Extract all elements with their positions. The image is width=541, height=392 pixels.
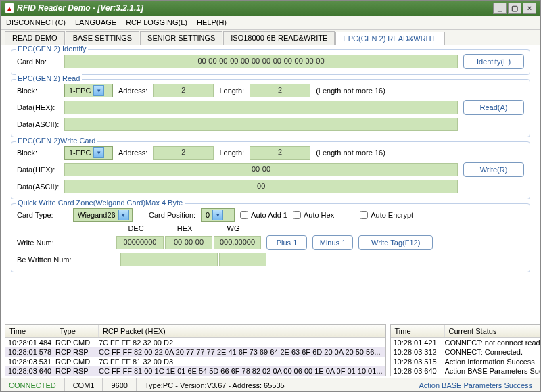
- log-area: Time Type RCP Packet (HEX) 10:28:01 484R…: [5, 324, 536, 376]
- auto-hex-checkbox[interactable]: Auto Hex: [293, 211, 334, 219]
- read-button[interactable]: Read(A): [463, 100, 524, 115]
- group-write: EPC(GEN 2)Write Card Block: 1-EPC▾ Addre…: [11, 141, 530, 199]
- menu-bar: DISCONNECT(C) LANGUAGE RCP LOGGING(L) HE…: [1, 16, 540, 30]
- group-read-title: EPC(GEN 2) Read: [16, 74, 82, 82]
- writetag-button[interactable]: Write Tag(F12): [358, 235, 433, 250]
- group-quick-title: Quick Write Card Zone(Weigand Card)Max 4…: [16, 199, 185, 207]
- write-dataascii-label: Data(ASCII):: [17, 182, 59, 191]
- cardpos-select[interactable]: 0▾: [201, 208, 235, 222]
- maximize-button[interactable]: ▢: [508, 3, 521, 14]
- app-icon: ▲: [5, 3, 14, 13]
- auto-add1-checkbox[interactable]: Auto Add 1: [240, 211, 287, 219]
- log-row[interactable]: 10:28:01 484RCP CMD7C FF FF 82 32 00 D2: [5, 338, 385, 347]
- log-packet-table: Time Type RCP Packet (HEX) 10:28:01 484R…: [5, 324, 386, 376]
- minimize-button[interactable]: _: [493, 3, 507, 14]
- main-panel: EPC(GEN 2) Identify Card No: 00-00-00-00…: [5, 45, 536, 320]
- window-title: RFID Reader Demo - [Ver:3.2.1.1]: [17, 3, 492, 13]
- log-row[interactable]: 10:28:03 640RCP RSPCC FF FF 81 00 1C 1E …: [5, 366, 385, 376]
- close-button[interactable]: ×: [523, 3, 536, 14]
- log-h-status: Current Status: [445, 325, 542, 337]
- read-hint: (Length not more 16): [316, 87, 385, 95]
- log-h-packet: RCP Packet (HEX): [99, 325, 385, 337]
- tab-read-demo[interactable]: READ DEMO: [5, 31, 65, 45]
- dec-field[interactable]: 00000000: [116, 236, 164, 249]
- write-len-label: Length:: [219, 149, 244, 157]
- log-h-type: Type: [55, 325, 99, 337]
- status-bar: CONNECTED COM1 9600 Type:PC - Version:V3…: [1, 378, 540, 391]
- status-info: Type:PC - Version:V3.67 - Address: 65535: [137, 378, 293, 391]
- dec-header: DEC: [112, 224, 160, 232]
- bewritten-label: Be Written Num:: [17, 255, 72, 264]
- chevron-down-icon: ▾: [212, 210, 223, 220]
- tab-epc-gen2[interactable]: EPC(GEN 2) READ&WRITE: [335, 32, 444, 45]
- tab-iso18000[interactable]: ISO18000-6B READ&WRITE: [223, 31, 335, 45]
- identify-button[interactable]: Identify(E): [463, 54, 524, 69]
- read-len-field[interactable]: 2: [250, 84, 310, 97]
- write-addr-label: Address:: [118, 149, 147, 157]
- write-datahex-field[interactable]: 00-00: [64, 163, 458, 176]
- group-quick-write: Quick Write Card Zone(Weigand Card)Max 4…: [11, 203, 530, 272]
- group-read: EPC(GEN 2) Read Block: 1-EPC▾ Address: 2…: [11, 79, 530, 137]
- tab-base-settings[interactable]: BASE SETTINGS: [66, 31, 139, 45]
- tab-senior-settings[interactable]: SENIOR SETTINGS: [140, 31, 222, 45]
- read-len-label: Length:: [219, 87, 244, 95]
- log-row[interactable]: 10:28:03 531RCP CMD7C FF FF 81 32 00 D3: [5, 357, 385, 366]
- status-baud: 9600: [103, 378, 136, 391]
- read-addr-label: Address:: [118, 87, 147, 95]
- minus1-button[interactable]: Minus 1: [312, 235, 353, 250]
- plus1-button[interactable]: Plus 1: [266, 235, 307, 250]
- title-bar: ▲ RFID Reader Demo - [Ver:3.2.1.1] _ ▢ ×: [1, 1, 540, 16]
- read-block-label: Block:: [17, 87, 59, 95]
- auto-encrypt-checkbox[interactable]: Auto Encrypt: [360, 211, 413, 219]
- read-addr-field[interactable]: 2: [153, 84, 214, 97]
- hex-header: HEX: [160, 224, 209, 232]
- chevron-down-icon: ▾: [118, 210, 129, 220]
- log-row[interactable]: 10:28:01 578RCP RSPCC FF FF 82 00 22 0A …: [5, 347, 385, 357]
- write-hint: (Length not more 16): [316, 149, 385, 157]
- wg-header: WG: [209, 224, 258, 232]
- write-len-field[interactable]: 2: [250, 146, 310, 160]
- cardpos-label: Card Position:: [149, 211, 195, 219]
- chevron-down-icon: ▾: [93, 147, 104, 158]
- log-h-stime: Time: [391, 325, 445, 337]
- status-port: COM1: [65, 378, 103, 391]
- status-connected: CONNECTED: [1, 378, 65, 391]
- menu-help[interactable]: HELP(H): [197, 18, 227, 26]
- status-msg: Action BASE Parameters Success: [293, 378, 540, 391]
- group-write-title: EPC(GEN 2)Write Card: [16, 137, 97, 145]
- write-button[interactable]: Write(R): [463, 162, 524, 177]
- status-row[interactable]: 10:28:03 515Action Information Success: [391, 357, 542, 366]
- menu-disconnect[interactable]: DISCONNECT(C): [6, 18, 66, 26]
- cardno-label: Card No:: [17, 57, 59, 66]
- hex-field[interactable]: 00-00-00: [165, 236, 212, 249]
- status-row[interactable]: 10:28:03 312CONNECT: Connected.: [391, 347, 542, 357]
- bewritten-field2[interactable]: [219, 253, 266, 266]
- status-row[interactable]: 10:28:01 421CONNECT: not connect reader,…: [391, 338, 542, 347]
- group-identify-title: EPC(GEN 2) Identify: [16, 45, 88, 53]
- read-block-select[interactable]: 1-EPC▾: [64, 84, 113, 97]
- write-dataascii-field[interactable]: 00: [64, 180, 458, 193]
- wg-field[interactable]: 000,00000: [214, 236, 261, 249]
- write-block-label: Block:: [17, 149, 59, 157]
- cardtype-select[interactable]: Wiegand26▾: [73, 208, 133, 222]
- read-datahex-field[interactable]: [64, 101, 458, 114]
- write-addr-field[interactable]: 2: [153, 146, 214, 160]
- cardtype-label: Card Type:: [17, 211, 68, 219]
- read-dataascii-field[interactable]: [64, 118, 458, 131]
- read-datahex-label: Data(HEX):: [17, 103, 59, 112]
- tabs: READ DEMO BASE SETTINGS SENIOR SETTINGS …: [1, 30, 540, 45]
- log-status-table: Time Current Status 10:28:01 421CONNECT:…: [390, 324, 542, 376]
- menu-rcp-logging[interactable]: RCP LOGGING(L): [126, 18, 187, 26]
- status-row[interactable]: 10:28:03 640Action BASE Parameters Succe…: [391, 366, 542, 376]
- writenum-label: Write Num:: [17, 239, 68, 247]
- menu-language[interactable]: LANGUAGE: [75, 18, 116, 26]
- read-dataascii-label: Data(ASCII):: [17, 120, 59, 128]
- write-datahex-label: Data(HEX):: [17, 166, 59, 174]
- cardno-field[interactable]: 00-00-00-00-00-00-00-00-00-00-00-00: [64, 55, 458, 68]
- chevron-down-icon: ▾: [93, 85, 104, 96]
- group-identify: EPC(GEN 2) Identify Card No: 00-00-00-00…: [11, 49, 530, 75]
- write-block-select[interactable]: 1-EPC▾: [64, 146, 113, 160]
- bewritten-field1[interactable]: [120, 253, 218, 266]
- log-h-time: Time: [5, 325, 55, 337]
